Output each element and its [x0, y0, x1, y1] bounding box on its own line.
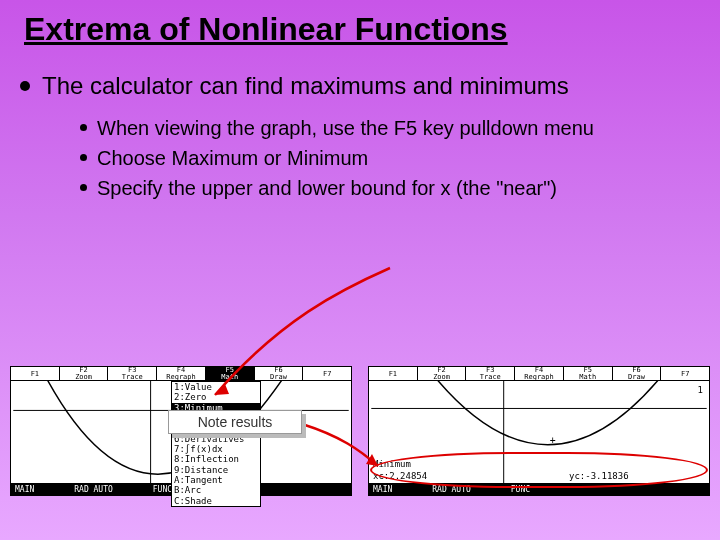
tab-label: Zoom: [75, 374, 92, 381]
tab-label: Trace: [480, 374, 501, 381]
calc-tab: F3Trace: [466, 367, 515, 380]
note-results-callout: Note results: [168, 410, 302, 434]
calc-tab: F4Regraph: [157, 367, 206, 380]
calc-tab: F6Draw: [613, 367, 662, 380]
menu-item: 9:Distance: [172, 465, 260, 475]
calc-tab: F7: [303, 367, 351, 380]
result-one: 1: [698, 385, 703, 395]
calc-tab: F3Trace: [108, 367, 157, 380]
status-main: MAIN: [15, 485, 34, 494]
result-yc: yc:-3.11836: [569, 471, 629, 481]
graph-curve-icon: +: [369, 381, 709, 483]
calc-tab: F7: [661, 367, 709, 380]
calculator-screens: F1 F2Zoom F3Trace F4Regraph F5Math F6Dra…: [10, 366, 710, 496]
sub-bullet-text: Choose Maximum or Minimum: [97, 145, 368, 171]
calc-tab: F2Zoom: [60, 367, 109, 380]
menu-item: C:Shade: [172, 496, 260, 506]
svg-text:+: +: [550, 435, 556, 446]
status-rad: RAD AUTO: [432, 485, 471, 494]
sub-bullet-list: When viewing the graph, use the F5 key p…: [80, 115, 700, 201]
main-bullet: The calculator can find maximums and min…: [20, 71, 700, 101]
sub-bullet-text: Specify the upper and lower bound for x …: [97, 175, 557, 201]
calc-tab: F4Regraph: [515, 367, 564, 380]
bullet-dot-icon: [80, 184, 87, 191]
tab-label: Zoom: [433, 374, 450, 381]
status-func: FUNC: [511, 485, 530, 494]
bullet-dot-icon: [20, 81, 30, 91]
menu-item: 7:∫f(x)dx: [172, 444, 260, 454]
calc-tabbar: F1 F2Zoom F3Trace F4Regraph F5Math F6Dra…: [11, 367, 351, 381]
status-rad: RAD AUTO: [74, 485, 113, 494]
content-area: The calculator can find maximums and min…: [0, 47, 720, 201]
sub-bullet: Specify the upper and lower bound for x …: [80, 175, 700, 201]
status-main: MAIN: [373, 485, 392, 494]
callout-front: Note results: [168, 410, 302, 434]
slide-title: Extrema of Nonlinear Functions: [0, 0, 720, 47]
calc-tab: F2Zoom: [418, 367, 467, 380]
math-menu: 1:Value 2:Zero 3:Minimum 4:Maximum 5:Int…: [171, 381, 261, 507]
result-xc: xc:2.24854: [373, 471, 427, 481]
calc-tabbar: F1 F2Zoom F3Trace F4Regraph F5Math F6Dra…: [369, 367, 709, 381]
tab-key: F7: [323, 371, 331, 378]
tab-label: Trace: [122, 374, 143, 381]
calc-tab: F5Math: [564, 367, 613, 380]
tab-key: F7: [681, 371, 689, 378]
calc-screen-right: F1 F2Zoom F3Trace F4Regraph F5Math F6Dra…: [368, 366, 710, 496]
main-bullet-text: The calculator can find maximums and min…: [42, 71, 569, 101]
menu-item: A:Tangent: [172, 475, 260, 485]
result-minimum-label: Minimum: [373, 459, 411, 469]
calc-tab: F6Draw: [255, 367, 304, 380]
status-func: FUNC: [153, 485, 172, 494]
sub-bullet-text: When viewing the graph, use the F5 key p…: [97, 115, 594, 141]
graph-area-right: + 1 Minimum xc:2.24854 yc:-3.11836: [369, 381, 709, 483]
menu-item: 2:Zero: [172, 392, 260, 402]
tab-label: Regraph: [166, 374, 196, 381]
callout-text: Note results: [198, 414, 273, 430]
tab-key: F1: [389, 371, 397, 378]
menu-item: 8:Inflection: [172, 454, 260, 464]
calc-statusbar: MAIN RAD AUTO FUNC: [369, 483, 709, 495]
menu-item: B:Arc: [172, 485, 260, 495]
sub-bullet: Choose Maximum or Minimum: [80, 145, 700, 171]
bullet-dot-icon: [80, 154, 87, 161]
tab-label: Draw: [270, 374, 287, 381]
calc-tab: F1: [369, 367, 418, 380]
menu-item: 1:Value: [172, 382, 260, 392]
calc-tab: F1: [11, 367, 60, 380]
bullet-dot-icon: [80, 124, 87, 131]
tab-key: F1: [31, 371, 39, 378]
tab-label: Math: [221, 374, 238, 381]
calc-tab: F5Math: [206, 367, 255, 380]
tab-label: Regraph: [524, 374, 554, 381]
sub-bullet: When viewing the graph, use the F5 key p…: [80, 115, 700, 141]
tab-label: Math: [579, 374, 596, 381]
tab-label: Draw: [628, 374, 645, 381]
